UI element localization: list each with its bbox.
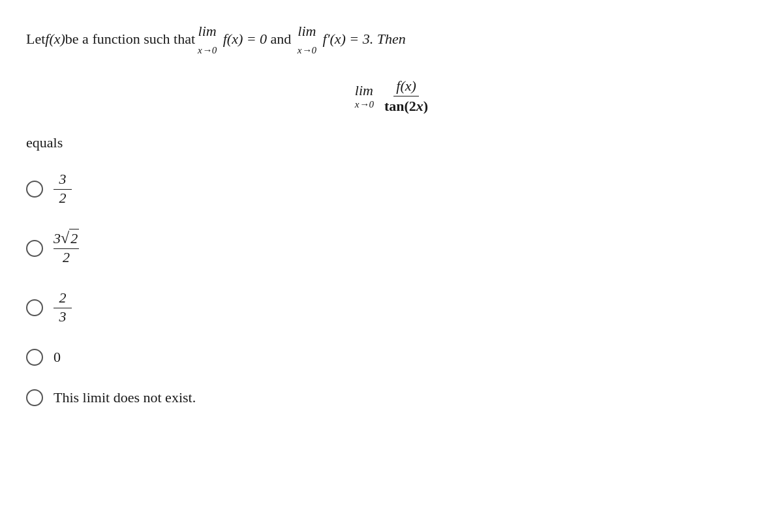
- limit1-group: lim x→0: [198, 20, 217, 58]
- main-lim-word: lim: [355, 82, 373, 99]
- limit2-expr: f′(x) = 3. Then: [319, 27, 406, 50]
- fx-text: f(x): [45, 27, 65, 50]
- option-a-numerator: 3: [54, 171, 72, 190]
- options-section: 3 2 3√2 2 2 3 0 This limit does not exis…: [26, 171, 757, 406]
- limit1-sub: x→0: [198, 42, 217, 58]
- main-limit-expression: lim x→0 f(x) tan(2x): [26, 78, 757, 115]
- option-c-radio[interactable]: [26, 299, 43, 316]
- option-c-row[interactable]: 2 3: [26, 289, 757, 325]
- option-a-radio[interactable]: [26, 181, 43, 198]
- main-lim-sub: x→0: [355, 99, 374, 110]
- option-e-radio[interactable]: [26, 389, 43, 406]
- equals-label: equals: [26, 134, 757, 151]
- main-denominator: tan(2x): [384, 96, 428, 115]
- main-lim-block: lim x→0: [355, 82, 374, 110]
- option-a-row[interactable]: 3 2: [26, 171, 757, 207]
- option-b-numerator: 3√2: [54, 230, 79, 249]
- main-numerator: f(x): [393, 78, 419, 96]
- option-a-content: 3 2: [54, 171, 72, 207]
- option-d-value: 0: [54, 349, 61, 366]
- option-c-denominator: 3: [54, 308, 72, 325]
- be-text: be a function such that: [65, 27, 195, 50]
- sqrt-radicand: 2: [69, 229, 79, 246]
- option-b-3: 3: [54, 230, 61, 246]
- limit2-word: lim: [298, 20, 316, 42]
- limit1-expr: f(x) = 0: [219, 27, 267, 50]
- option-b-content: 3√2 2: [54, 230, 79, 266]
- option-a-denominator: 2: [54, 190, 72, 207]
- option-e-text: This limit does not exist.: [54, 389, 196, 406]
- option-b-radio[interactable]: [26, 240, 43, 257]
- and-text: and: [267, 27, 295, 50]
- option-b-denominator: 2: [57, 249, 76, 266]
- prefix-text: Let: [26, 27, 45, 50]
- limit2-sub: x→0: [298, 42, 316, 58]
- limit2-group: lim x→0: [298, 20, 316, 58]
- option-e-row[interactable]: This limit does not exist.: [26, 389, 757, 406]
- sqrt-symbol: √: [61, 229, 69, 246]
- limit1-word: lim: [198, 20, 217, 42]
- option-c-content: 2 3: [54, 289, 72, 325]
- main-fraction: f(x) tan(2x): [384, 78, 428, 115]
- option-b-row[interactable]: 3√2 2: [26, 230, 757, 266]
- problem-statement: Let f(x) be a function such that lim x→0…: [26, 20, 757, 58]
- option-d-row[interactable]: 0: [26, 349, 757, 366]
- option-d-radio[interactable]: [26, 349, 43, 366]
- option-c-numerator: 2: [54, 289, 72, 308]
